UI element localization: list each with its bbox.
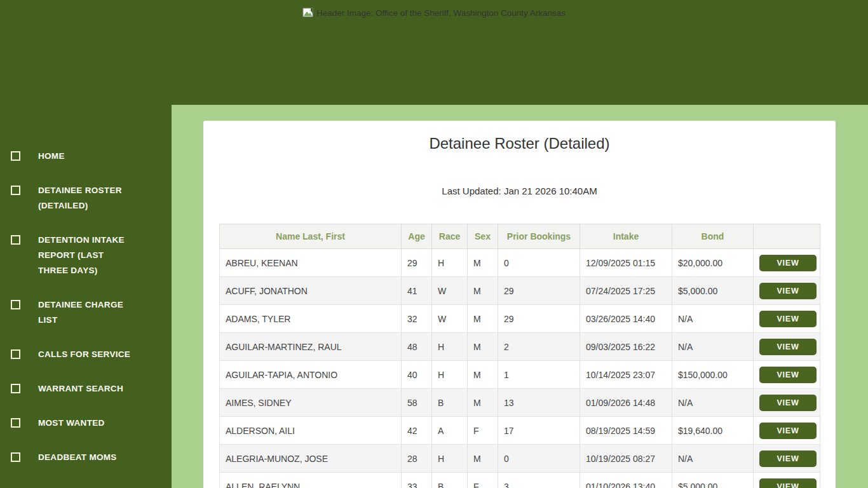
cell-sex: M (468, 277, 498, 305)
broken-bullet-icon (11, 452, 20, 462)
cell-age: 41 (402, 277, 432, 305)
cell-sex: M (468, 361, 498, 389)
page-title: Detainee Roster (Detailed) (219, 135, 820, 152)
cell-bond: N/A (672, 333, 754, 361)
view-button[interactable]: VIEW (759, 478, 817, 488)
cell-sex: F (468, 473, 498, 488)
cell-view: VIEW (754, 389, 820, 417)
view-button[interactable]: VIEW (759, 255, 817, 271)
cell-intake: 01/09/2026 14:48 (580, 389, 672, 417)
view-button[interactable]: VIEW (759, 311, 817, 327)
sidebar-item-deadbeat-moms[interactable]: DEADBEAT MOMS (0, 450, 172, 465)
view-button[interactable]: VIEW (759, 339, 817, 355)
cell-view: VIEW (754, 277, 820, 305)
cell-bond: N/A (672, 389, 754, 417)
table-header-row: Name Last, FirstAgeRaceSexPrior Bookings… (220, 224, 820, 249)
cell-view: VIEW (754, 473, 820, 488)
broken-image-icon (302, 8, 315, 19)
cell-view: VIEW (754, 417, 820, 445)
cell-prior-bookings: 0 (498, 445, 580, 473)
table-row: AIMES, SIDNEY 58 B M 13 01/09/2026 14:48… (220, 389, 820, 417)
view-button[interactable]: VIEW (759, 395, 817, 411)
column-header: Bond (672, 224, 754, 249)
sidebar-item-label: DETAINEE ROSTER (DETAILED) (38, 183, 135, 214)
sidebar-item-label: HOME (38, 149, 135, 164)
cell-view: VIEW (754, 445, 820, 473)
cell-intake: 10/19/2025 08:27 (580, 445, 672, 473)
cell-age: 29 (402, 249, 432, 277)
sidebar-item-label: DEADBEAT MOMS (38, 450, 135, 465)
cell-name: AIMES, SIDNEY (220, 389, 402, 417)
sidebar-item-home[interactable]: HOME (0, 149, 172, 164)
broken-bullet-icon (11, 300, 20, 309)
view-button[interactable]: VIEW (759, 283, 817, 299)
broken-bullet-icon (11, 384, 20, 393)
table-row: AGUILAR-MARTINEZ, RAUL 48 H M 2 09/03/20… (220, 333, 820, 361)
cell-sex: M (468, 389, 498, 417)
cell-age: 42 (402, 417, 432, 445)
cell-bond: $5,000.00 (672, 277, 754, 305)
cell-race: A (432, 417, 468, 445)
column-header: Race (432, 224, 468, 249)
sidebar-item-detention-intake-report-last-three-days[interactable]: DETENTION INTAKE REPORT (LAST THREE DAYS… (0, 233, 172, 278)
cell-name: ALDERSON, AILI (220, 417, 402, 445)
table-row: AGUILAR-TAPIA, ANTONIO 40 H M 1 10/14/20… (220, 361, 820, 389)
sidebar-item-most-wanted[interactable]: MOST WANTED (0, 416, 172, 431)
cell-prior-bookings: 3 (498, 473, 580, 488)
cell-sex: F (468, 417, 498, 445)
table-row: ADAMS, TYLER 32 W M 29 03/26/2025 14:40 … (220, 305, 820, 333)
broken-bullet-icon (11, 235, 20, 245)
cell-age: 58 (402, 389, 432, 417)
cell-age: 28 (402, 445, 432, 473)
view-button[interactable]: VIEW (759, 451, 817, 467)
cell-age: 32 (402, 305, 432, 333)
sidebar-item-calls-for-service[interactable]: CALLS FOR SERVICE (0, 347, 172, 362)
cell-prior-bookings: 0 (498, 249, 580, 277)
cell-view: VIEW (754, 249, 820, 277)
sidebar-item-detainee-charge-list[interactable]: DETAINEE CHARGE LIST (0, 297, 172, 328)
broken-bullet-icon (11, 186, 20, 195)
cell-bond: $19,640.00 (672, 417, 754, 445)
cell-sex: M (468, 333, 498, 361)
sidebar-item-detainee-roster-detailed[interactable]: DETAINEE ROSTER (DETAILED) (0, 183, 172, 214)
header-image-alt: Header Image: Office of the Sheriff, Was… (0, 8, 868, 19)
cell-bond: N/A (672, 305, 754, 333)
cell-intake: 10/14/2025 23:07 (580, 361, 672, 389)
cell-bond: $20,000.00 (672, 249, 754, 277)
cell-race: H (432, 249, 468, 277)
cell-prior-bookings: 13 (498, 389, 580, 417)
roster-card: Detainee Roster (Detailed) Last Updated:… (203, 121, 836, 488)
sidebar-nav: HOME DETAINEE ROSTER (DETAILED) DETENTIO… (0, 105, 172, 488)
cell-intake: 01/10/2026 13:40 (580, 473, 672, 488)
view-button[interactable]: VIEW (759, 367, 817, 383)
sidebar-item-label: DETAINEE CHARGE LIST (38, 297, 135, 328)
column-header (754, 224, 820, 249)
cell-name: AGUILAR-MARTINEZ, RAUL (220, 333, 402, 361)
cell-age: 33 (402, 473, 432, 488)
column-header: Intake (580, 224, 672, 249)
cell-race: H (432, 361, 468, 389)
cell-name: AGUILAR-TAPIA, ANTONIO (220, 361, 402, 389)
sidebar-item-label: CALLS FOR SERVICE (38, 347, 135, 362)
cell-prior-bookings: 1 (498, 361, 580, 389)
cell-intake: 08/19/2025 14:59 (580, 417, 672, 445)
cell-race: B (432, 473, 468, 488)
cell-sex: M (468, 305, 498, 333)
cell-race: B (432, 389, 468, 417)
table-row: ALEGRIA-MUNOZ, JOSE 28 H M 0 10/19/2025 … (220, 445, 820, 473)
header-alt-text: Header Image: Office of the Sheriff, Was… (316, 8, 566, 19)
cell-intake: 03/26/2025 14:40 (580, 305, 672, 333)
column-header: Age (402, 224, 432, 249)
cell-view: VIEW (754, 361, 820, 389)
table-row: ABREU, KEENAN 29 H M 0 12/09/2025 01:15 … (220, 249, 820, 277)
header-banner: Header Image: Office of the Sheriff, Was… (0, 0, 868, 105)
broken-bullet-icon (11, 349, 20, 359)
cell-name: ABREU, KEENAN (220, 249, 402, 277)
column-header: Prior Bookings (498, 224, 580, 249)
cell-prior-bookings: 29 (498, 277, 580, 305)
cell-race: W (432, 277, 468, 305)
cell-prior-bookings: 2 (498, 333, 580, 361)
table-row: ACUFF, JONATHON 41 W M 29 07/24/2025 17:… (220, 277, 820, 305)
view-button[interactable]: VIEW (759, 423, 817, 439)
sidebar-item-warrant-search[interactable]: WARRANT SEARCH (0, 381, 172, 396)
